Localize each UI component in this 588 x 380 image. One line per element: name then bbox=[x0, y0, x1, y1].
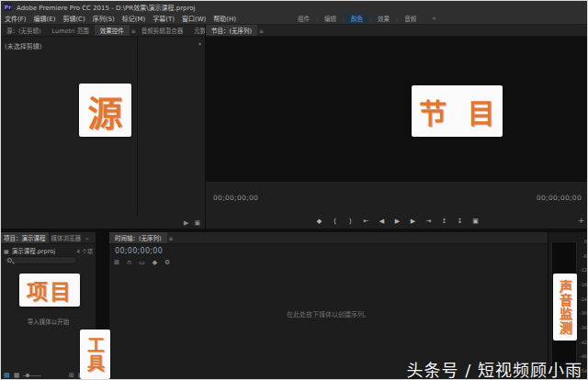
search-icon bbox=[7, 258, 12, 263]
workspace-tab-assembly[interactable]: 组件 bbox=[291, 13, 316, 24]
effect-controls-divider[interactable] bbox=[137, 38, 138, 216]
meter-tick: 0 bbox=[584, 240, 587, 244]
app-icon: Pr bbox=[4, 3, 12, 11]
project-panel-tabs: 项目：演示课程 媒体浏览器 » bbox=[1, 232, 96, 244]
project-overflow-icon[interactable]: » bbox=[85, 235, 89, 241]
new-bin-icon[interactable]: ⊞ bbox=[69, 372, 74, 379]
annotation-program: 节 目 bbox=[412, 85, 503, 137]
project-search-input[interactable] bbox=[4, 256, 77, 264]
scroll-up-icon[interactable]: ▴ bbox=[198, 39, 201, 46]
meter-tick: -18 bbox=[580, 283, 587, 287]
tab-audio-clip-mixer[interactable]: 音频剪辑混合器 bbox=[136, 25, 189, 37]
tab-lumetri-scopes[interactable]: Lumetri 范围 bbox=[47, 25, 95, 37]
meter-tick: -42 bbox=[580, 341, 587, 345]
thumbnail-zoom-slider[interactable] bbox=[23, 375, 41, 376]
timeline-empty-hint: 在此处放下媒体以创建序列。 bbox=[109, 309, 548, 319]
meter-tick: -12 bbox=[580, 268, 587, 273]
tab-timeline[interactable]: 时间轴：(无序列) bbox=[109, 232, 167, 244]
premiere-window: Pr Adobe Premiere Pro CC 2015 - D:\PR效果\… bbox=[0, 0, 588, 380]
step-back-icon[interactable]: ◀ bbox=[379, 218, 386, 225]
menu-clip[interactable]: 剪辑(C) bbox=[62, 14, 85, 23]
menu-edit[interactable]: 编辑(E) bbox=[34, 14, 56, 23]
timeline-panel-tabs: 时间轴：(无序列) ≡ bbox=[109, 232, 548, 244]
workspace-overflow-icon[interactable]: » bbox=[432, 15, 435, 22]
source-panel-tabs: 源：(无剪辑) Lumetri 范围 效果控件 ≡ 音频剪辑混合器 元数据 bbox=[1, 25, 205, 37]
no-clip-selected-text: (未选择剪辑) bbox=[5, 41, 41, 50]
mark-in-icon[interactable]: { bbox=[332, 218, 339, 225]
add-marker-icon[interactable]: ◆ bbox=[316, 218, 323, 225]
panel-menu-icon[interactable]: ≡ bbox=[259, 28, 264, 34]
workspace-bar: 组件 | 编辑 | 颜色 | 效果 | 音频 » bbox=[291, 13, 435, 24]
tab-program-monitor[interactable]: 节目：(无序列) bbox=[206, 25, 257, 37]
menu-sequence[interactable]: 序列(S) bbox=[93, 14, 115, 23]
export-frame-icon[interactable]: ▣ bbox=[472, 218, 480, 225]
linked-selection-icon[interactable]: ▭ bbox=[139, 259, 145, 266]
panel-menu-icon[interactable]: ≡ bbox=[169, 235, 174, 241]
workspace-tab-effects[interactable]: 效果 bbox=[371, 13, 396, 24]
workspace-tab-audio[interactable]: 音频 bbox=[398, 13, 423, 24]
project-empty-hint: 导入媒体以开始 bbox=[1, 317, 96, 326]
tab-project[interactable]: 项目：演示课程 bbox=[1, 232, 49, 244]
menu-marker[interactable]: 标记(M) bbox=[122, 14, 146, 23]
list-view-icon[interactable]: ▤ bbox=[4, 372, 10, 379]
title-bar: Pr Adobe Premiere Pro CC 2015 - D:\PR效果\… bbox=[1, 1, 588, 13]
mark-out-icon[interactable]: } bbox=[347, 218, 355, 225]
button-editor-icon[interactable]: + bbox=[578, 217, 584, 225]
go-to-out-icon[interactable]: ⇥ bbox=[425, 218, 433, 225]
audio-meter-scale: 0 -6 -12 -18 -24 -30 -36 -42 -48 -54 bbox=[577, 240, 587, 374]
lift-icon[interactable]: ↥ bbox=[441, 218, 448, 225]
project-file-icon: ▦ bbox=[4, 248, 9, 254]
transport-controls: ◆ { } ⇤ ◀ ▶ ▶ ⇥ ↥ ↧ ▣ bbox=[206, 218, 588, 225]
annotation-source: 源 bbox=[79, 84, 131, 137]
program-duration-timecode: 00;00;00;00 bbox=[537, 194, 582, 202]
effect-controls-footer: ▶ ▣ bbox=[184, 219, 200, 227]
menu-help[interactable]: 帮助(H) bbox=[213, 14, 236, 23]
tab-metadata[interactable]: 元数据 bbox=[188, 25, 205, 37]
window-title: Adobe Premiere Pro CC 2015 - D:\PR效果\演示课… bbox=[17, 3, 195, 12]
menu-title[interactable]: 字幕(T) bbox=[153, 14, 175, 23]
project-file-row[interactable]: ▦ 演示课程.prproj 4 个项 bbox=[4, 246, 93, 255]
workspace-tab-editing[interactable]: 编辑 bbox=[318, 13, 343, 24]
play-icon[interactable]: ▶ bbox=[394, 218, 401, 225]
project-item-count: 4 个项 bbox=[76, 247, 93, 255]
meter-tick: -6 bbox=[582, 254, 587, 259]
annotation-audio-meters: 声音监测 bbox=[553, 274, 577, 341]
menu-window[interactable]: 窗口(W) bbox=[182, 14, 206, 23]
insert-overwrite-icon[interactable]: ⊞ bbox=[114, 259, 119, 266]
meter-tick: -36 bbox=[580, 326, 587, 330]
meter-tick: -30 bbox=[580, 311, 587, 316]
tab-media-browser[interactable]: 媒体浏览器 bbox=[49, 232, 85, 244]
timeline-toolbar: ⊞ ∩ ▭ ◆ ⚙ bbox=[114, 259, 170, 266]
extract-icon[interactable]: ↧ bbox=[457, 218, 464, 225]
timeline-settings-icon[interactable]: ⚙ bbox=[164, 259, 170, 266]
timeline-timecode[interactable]: 00;00;00;00 bbox=[115, 247, 163, 255]
play-in-to-out-icon[interactable]: ▶ bbox=[184, 219, 188, 227]
program-panel-tabs: 节目：(无序列) ≡ bbox=[206, 25, 588, 37]
tab-source-monitor[interactable]: 源：(无剪辑) bbox=[1, 25, 47, 37]
workspace-tab-color[interactable]: 颜色 bbox=[345, 13, 369, 24]
watermark-text: 头条号 / 短视频顾小雨 bbox=[406, 357, 582, 380]
annotation-tools: 工具 bbox=[80, 330, 110, 379]
comparison-view-icon[interactable]: ▣ bbox=[194, 219, 200, 227]
step-forward-icon[interactable]: ▶ bbox=[410, 218, 417, 225]
program-monitor-panel: 节目：(无序列) ≡ 00;00;00;00 00;00;00;00 ◆ { }… bbox=[206, 25, 588, 229]
menu-file[interactable]: 文件(F) bbox=[5, 14, 27, 23]
snap-icon[interactable]: ∩ bbox=[127, 259, 131, 266]
annotation-project: 项目 bbox=[19, 274, 80, 307]
tab-effect-controls[interactable]: 效果控件 bbox=[95, 25, 130, 37]
go-to-in-icon[interactable]: ⇤ bbox=[363, 218, 370, 225]
program-current-timecode[interactable]: 00;00;00;00 bbox=[213, 194, 258, 202]
add-marker-icon[interactable]: ◆ bbox=[153, 259, 157, 266]
project-file-name: 演示课程.prproj bbox=[12, 246, 74, 255]
meter-tick: -24 bbox=[580, 297, 587, 302]
program-video-area bbox=[206, 37, 588, 182]
icon-view-icon[interactable]: ▦ bbox=[14, 372, 20, 379]
